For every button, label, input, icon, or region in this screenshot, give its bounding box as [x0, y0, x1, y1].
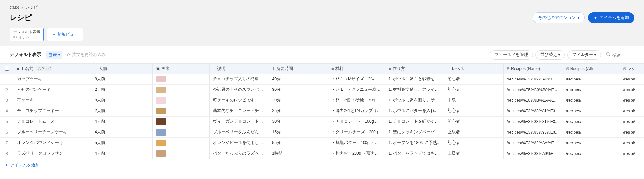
plus-icon: ＋	[5, 162, 9, 168]
cell-howto: 1. 材料を準備し、フライパ...	[385, 84, 444, 95]
cell-name[interactable]: 苺ケーキ	[14, 95, 91, 106]
view-mode-label: 表	[53, 52, 57, 58]
column-label: 名前	[25, 66, 33, 71]
column-label: レシ	[627, 66, 636, 71]
column-header-recipes-trunc[interactable]: ⎘レシ	[620, 63, 644, 74]
other-actions-button[interactable]: その他のアクション ▾	[533, 12, 585, 23]
search-input[interactable]	[612, 52, 632, 57]
page-title: レシピ	[10, 13, 32, 23]
column-header-level[interactable]: Tレベル	[444, 63, 504, 74]
cell-recipes-name: /recipes/%E3%83%81%E3...	[504, 116, 563, 127]
table-row[interactable]: 6ブルーベリーチーズケーキ4人前ブルーベリーをふんだんに...15分・クリームチ…	[0, 127, 644, 137]
cell-level: 初心者	[444, 137, 504, 148]
thumbnail	[156, 140, 166, 146]
view-mode-selector[interactable]: ▤ 表 ▾	[46, 51, 62, 59]
cell-image[interactable]	[153, 74, 210, 84]
cell-image[interactable]	[153, 84, 210, 95]
column-header-howto[interactable]: ≡作り方	[385, 63, 444, 74]
cell-time: 30分	[269, 84, 328, 95]
cell-howto: 1. オーブンを180℃に予熱...	[385, 137, 444, 148]
reload-order-button[interactable]: ⟳ 注文を再読み込み	[67, 52, 106, 58]
cell-recipes-name: /recipes/%E8%8B%BA%E...	[504, 95, 563, 106]
table-row[interactable]: 8ラズベリークロワッサン4人前バターたっぷりのラズベリ...1時間・強力粉 20…	[0, 148, 644, 159]
cell-time: 20分	[269, 95, 328, 106]
cell-level: 上級者	[444, 127, 504, 137]
column-header-time[interactable]: T所要時間	[269, 63, 328, 74]
cell-name[interactable]: ラズベリークロワッサン	[14, 148, 91, 159]
cell-servings: 8人前	[91, 95, 153, 106]
breadcrumb-parent[interactable]: CMS	[10, 5, 19, 10]
chevron-down-icon: ▾	[594, 53, 596, 57]
cell-howto: 1. ボウルにバターを入れ、...	[385, 106, 444, 116]
column-header-name[interactable]: ■ T 名前 スラッグ	[14, 63, 91, 74]
add-item-button[interactable]: ＋ アイテムを追加	[588, 12, 634, 23]
new-view-button[interactable]: ＋ 新規ビュー	[47, 28, 83, 41]
sort-label: 並び替え	[540, 52, 557, 58]
cell-description: オレンジピールを使用した...	[210, 137, 269, 148]
cell-image[interactable]	[153, 106, 210, 116]
table-row[interactable]: 4チョコチップクッキー2人前基本的なチョコレートチッ...25分・薄力粉1と1/…	[0, 106, 644, 116]
cell-servings: 2人前	[91, 84, 153, 95]
cell-recipes-trunc: /resipi/	[620, 127, 644, 137]
column-label: 作り方	[393, 66, 405, 71]
cell-recipes-name: /recipes/%E3%83%96%E3...	[504, 127, 563, 137]
manage-fields-button[interactable]: フィールドを管理	[490, 50, 533, 60]
table-row[interactable]: 2幸せのパンケーキ2人前今話題の幸せのスフレパン...30分・卵 L ・グラニュ…	[0, 84, 644, 95]
cell-name[interactable]: 幸せのパンケーキ	[14, 84, 91, 95]
cell-servings: 2人前	[91, 106, 153, 116]
chevron-right-icon: ›	[22, 5, 23, 10]
cell-recipes-trunc: /resipi/	[620, 116, 644, 127]
cell-image[interactable]	[153, 116, 210, 127]
cell-time: 30分	[269, 116, 328, 127]
column-label: 人前	[99, 66, 107, 71]
text-icon: T	[95, 66, 97, 71]
cell-description: 今話題の幸せのスフレパン...	[210, 84, 269, 95]
table-row[interactable]: 5チョコレートムース4人前ヴィーガンチョコレートム...30分・チョコレート 1…	[0, 116, 644, 127]
slug-badge: スラッグ	[36, 66, 52, 71]
cell-description: チョコチップ入りの簡単カ...	[210, 74, 269, 84]
cell-description: バターたっぷりのラズベリ...	[210, 148, 269, 159]
cell-level: 初心者	[444, 116, 504, 127]
column-header-recipes-all[interactable]: ⎘Recipes (All)	[563, 63, 620, 74]
sort-button[interactable]: 並び替え ▾	[535, 50, 565, 60]
cell-time: 25分	[269, 106, 328, 116]
column-header-ingredients[interactable]: ≡材料	[328, 63, 385, 74]
column-header-recipes-name[interactable]: ⎘Recipes (Name)	[504, 63, 563, 74]
link-icon: ⎘	[507, 66, 509, 71]
select-all-checkbox[interactable]	[5, 66, 9, 71]
cell-howto: 1. 型にクッキングペーパー...	[385, 127, 444, 137]
column-header-description[interactable]: T説明	[210, 63, 269, 74]
cell-recipes-name: /recipes/%E3%83%81%E3...	[504, 106, 563, 116]
table-row[interactable]: 7オレンジパウンドケーキ5人前オレンジピールを使用した...55分・無塩バター …	[0, 137, 644, 148]
cell-name[interactable]: チョコレートムース	[14, 116, 91, 127]
add-row-button[interactable]: ＋ アイテムを追加	[0, 159, 44, 171]
cell-name[interactable]: カップケーキ	[14, 74, 91, 84]
cell-name[interactable]: ブルーベリーチーズケーキ	[14, 127, 91, 137]
cell-name[interactable]: チョコチップクッキー	[14, 106, 91, 116]
view-chip-default[interactable]: デフォルト表示 8アイテム	[10, 28, 44, 41]
cell-name[interactable]: オレンジパウンドケーキ	[14, 137, 91, 148]
cell-recipes-trunc: /resipi/	[620, 106, 644, 116]
cell-recipes-trunc: /resipi/	[620, 95, 644, 106]
cell-image[interactable]	[153, 137, 210, 148]
text-icon: T	[21, 66, 24, 71]
cell-image[interactable]	[153, 148, 210, 159]
cell-recipes-all: /recipes/	[563, 74, 620, 84]
cell-ingredients: ・無塩バター 100g ・砂糖...	[328, 137, 385, 148]
cell-ingredients: ・チョコレート 100g ・コ...	[328, 116, 385, 127]
breadcrumb-current[interactable]: レシピ	[25, 5, 38, 10]
table-row[interactable]: 1カップケーキ8人前チョコチップ入りの簡単カ...40分・卵白（Mサイズ）2個分…	[0, 74, 644, 84]
table-row[interactable]: 3苺ケーキ8人前苺ケーキのレシピです。20分・卵 2個 ・砂糖 70g ・薄..…	[0, 95, 644, 106]
list-icon: ≡	[388, 66, 391, 71]
filter-button[interactable]: フィルター ▾	[567, 50, 601, 60]
row-number: 7	[0, 137, 14, 148]
column-header-image[interactable]: ▣画像	[153, 63, 210, 74]
link-icon: ⎘	[623, 66, 626, 71]
column-label: 説明	[217, 66, 225, 71]
cell-ingredients: ・卵 L ・グラニュー糖 ・...	[328, 84, 385, 95]
search-box[interactable]	[603, 51, 634, 59]
column-header-servings[interactable]: T人前	[91, 63, 153, 74]
cell-level: 初心者	[444, 106, 504, 116]
cell-image[interactable]	[153, 95, 210, 106]
cell-image[interactable]	[153, 127, 210, 137]
